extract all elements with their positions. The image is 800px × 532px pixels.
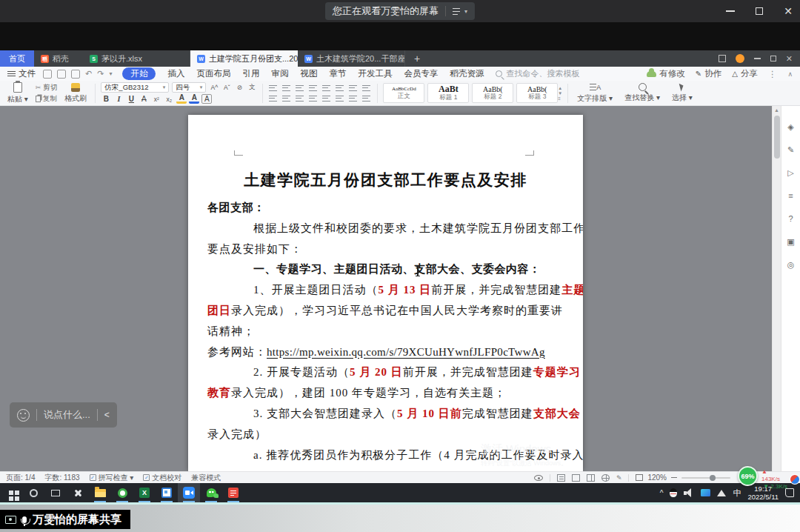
document-page[interactable]: 土建学院五月份团支部工作要点及安排 各团支部：根据上级文件和校团委的要求，土木建… — [188, 115, 583, 471]
decrease-indent-button[interactable] — [295, 84, 305, 93]
wps-maximize-button[interactable] — [770, 56, 776, 61]
copy-button[interactable]: 复制 — [36, 94, 58, 104]
bold-button[interactable]: B — [101, 94, 111, 104]
web-view-icon[interactable] — [601, 474, 610, 482]
font-color-button[interactable]: A — [189, 94, 199, 104]
bullet-list-button[interactable] — [268, 84, 279, 93]
wps-close-button[interactable]: ✕ — [786, 54, 793, 64]
edit-tool-icon[interactable]: ✎ — [785, 144, 797, 156]
taskbar-tencent-meeting-icon[interactable] — [178, 483, 200, 502]
screenshot-tool-icon[interactable]: ▣ — [785, 236, 797, 247]
menu-稻壳资源[interactable]: 稻壳资源 — [450, 68, 484, 79]
align-right-button[interactable] — [295, 94, 305, 103]
collaborate-button[interactable]: ✎协作 — [696, 68, 721, 79]
close-button[interactable]: ✕ — [784, 6, 793, 16]
taskbar-task-view-icon[interactable] — [44, 483, 67, 502]
tray-expand-icon[interactable]: ^ — [660, 489, 664, 497]
zoom-out-button[interactable] — [671, 477, 677, 479]
print-preview-icon[interactable] — [71, 70, 80, 79]
chevron-down-icon[interactable]: ▾ — [464, 8, 467, 15]
style-tool-icon[interactable]: ◈ — [785, 121, 797, 133]
文字排版-button[interactable]: 文字排版 ▾ — [573, 83, 616, 104]
paragraph-marks-button[interactable] — [321, 84, 332, 93]
layout-grid-icon[interactable] — [719, 55, 726, 62]
text-direction-button[interactable] — [335, 84, 345, 93]
format-painter-button[interactable]: 格式刷 — [61, 83, 90, 104]
display-settings-icon[interactable] — [701, 489, 710, 496]
underline-button[interactable]: U — [126, 94, 136, 104]
zoom-slider[interactable] — [681, 477, 730, 479]
style-标题 2[interactable]: AaBb(标题 2 — [472, 83, 513, 103]
participant-list-icon[interactable] — [453, 8, 462, 15]
sync-status[interactable]: 有修改 — [647, 68, 685, 79]
fit-page-icon[interactable] — [636, 474, 643, 481]
document-tab[interactable]: W土木建筑学院20...干部座谈会会议议程 — [298, 50, 405, 67]
two-page-view-icon[interactable] — [587, 474, 595, 482]
document-line[interactable]: 2. 开展专题活动（5 月 20 日前开展，并完成智慧团建专题学习 — [207, 362, 566, 383]
document-line[interactable]: 根据上级文件和校团委的要求，土木建筑学院五月份团支部工作 — [207, 219, 566, 239]
qq-tray-icon[interactable] — [670, 488, 677, 497]
font-name-select[interactable]: 仿宋_GB2312▾ — [101, 82, 169, 93]
subscript-button[interactable]: x₂ — [164, 94, 174, 104]
network-speed-widget[interactable]: ▲ 143K/s ▼ 2.3K/s — [761, 468, 800, 491]
taskbar-red-docs-app-icon[interactable] — [222, 483, 244, 502]
help-tool-icon[interactable]: ? — [785, 213, 797, 225]
page-view-icon[interactable] — [557, 474, 565, 482]
status-文档校对[interactable]: ✓文档校对 — [143, 473, 181, 483]
zoom-slider-knob[interactable] — [710, 475, 716, 481]
outline-view-icon[interactable] — [572, 474, 580, 482]
ime-indicator[interactable]: 中 — [733, 488, 741, 499]
taskbar-wechat-icon[interactable] — [200, 483, 222, 502]
number-list-button[interactable] — [281, 84, 292, 93]
assistant-ball-icon[interactable] — [790, 474, 800, 485]
document-line[interactable]: 各团支部： — [207, 198, 566, 219]
clear-format-button[interactable]: ⊘ — [234, 83, 244, 93]
align-left-button[interactable] — [268, 94, 279, 103]
distribute-button[interactable] — [321, 94, 332, 103]
scrollbar-thumb[interactable] — [774, 116, 780, 159]
italic-button[interactable]: I — [113, 94, 124, 104]
emoji-icon[interactable] — [17, 409, 30, 422]
styles-gallery-arrows[interactable]: ▲▼≡ — [558, 86, 562, 101]
strikethrough-button[interactable]: A — [139, 94, 149, 104]
taskbar-security-app-icon[interactable] — [111, 483, 133, 502]
share-button[interactable]: △分享 — [732, 68, 758, 79]
document-line[interactable]: 话精神； — [207, 322, 566, 342]
document-tab[interactable]: S茅以升.xlsx — [83, 50, 190, 67]
wps-minimize-button[interactable] — [754, 58, 761, 59]
document-line[interactable]: 参考网站：https://mp.weixin.qq.com/s/79XCUuHY… — [207, 342, 566, 363]
decrease-font-size-button[interactable]: Aˇ — [221, 83, 232, 93]
style-标题 1[interactable]: AaBt标题 1 — [427, 83, 469, 103]
navigate-tool-icon[interactable]: ◎ — [785, 259, 797, 270]
document-line[interactable]: 3. 支部大会智慧团建录入（5 月 10 日前完成智慧团建支部大会 — [207, 404, 566, 425]
vertical-scrollbar[interactable]: ▲ — [772, 106, 781, 471]
taskbar-file-explorer-icon[interactable] — [89, 483, 111, 502]
选择-button[interactable]: 选择 ▾ — [668, 83, 696, 103]
quickbar-caret-icon[interactable]: ▾ — [109, 70, 112, 77]
document-line[interactable]: 要点及安排如下： — [207, 239, 566, 260]
menu-插入[interactable]: 插入 — [167, 68, 184, 79]
taskbar-start-icon[interactable] — [0, 483, 22, 502]
undo-icon[interactable]: ↶ — [85, 69, 92, 79]
ink-view-icon[interactable]: ✎ — [616, 474, 622, 482]
new-tab-button[interactable]: + — [405, 50, 429, 67]
document-line[interactable]: 1、开展主题团日活动（5 月 13 日前开展，并完成智慧团建主题 — [207, 280, 566, 301]
scroll-up-arrow[interactable]: ▲ — [773, 106, 781, 115]
increase-indent-button[interactable] — [308, 84, 319, 93]
phonetic-guide-button[interactable]: 文 — [247, 83, 257, 93]
style-标题 3[interactable]: AaBb(标题 3 — [516, 83, 558, 103]
taskbar-search-icon[interactable] — [22, 483, 44, 502]
maximize-button[interactable] — [756, 7, 763, 15]
align-center-button[interactable] — [281, 94, 292, 103]
wifi-icon[interactable] — [717, 490, 726, 496]
collapse-ribbon-icon[interactable]: ∧ — [787, 70, 793, 78]
select-tool-icon[interactable]: ▷ — [785, 167, 797, 179]
document-tab[interactable]: W土建学院五月份团支...2022-5(1) — [190, 50, 298, 67]
document-title[interactable]: 土建学院五月份团支部工作要点及安排 — [188, 170, 583, 190]
redo-icon[interactable]: ↷ — [97, 69, 104, 79]
volume-icon[interactable] — [684, 488, 694, 497]
character-border-button[interactable]: A — [201, 94, 212, 104]
superscript-button[interactable]: x² — [151, 94, 161, 104]
taskbar-photos-app-icon[interactable] — [156, 483, 178, 502]
insert-symbol-button[interactable] — [361, 84, 372, 93]
